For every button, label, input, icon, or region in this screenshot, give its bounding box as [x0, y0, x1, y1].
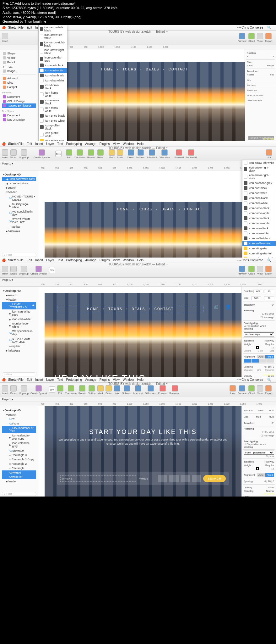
insert-panel: Shape Vector Pencil TText Image... Artbo…	[0, 49, 38, 141]
file-info: File: 17.Add icons to the header navigat…	[0, 0, 276, 25]
symbol-icon-rating-star-half[interactable]: icon-rating-star-half	[242, 256, 276, 258]
toursby-library[interactable]: TOURS-BY library ▸	[2, 103, 36, 108]
layers-panel: ▾ Desktop HD ◈icon-cart-white copy ◈icon…	[0, 170, 38, 258]
page-selector[interactable]: Page 1 ▾	[0, 161, 276, 166]
symbol-icon-home-black[interactable]: icon-home-black	[242, 206, 276, 211]
layer-cart-copy[interactable]: ◈icon-cart-white copy	[2, 177, 36, 181]
calendar-icon[interactable]	[169, 475, 179, 482]
symbol-dropdown[interactable]: icon-arrow-left-blackicon-arrow-left-whi…	[38, 25, 67, 141]
symbol-icon-price-white[interactable]: icon-price-white	[242, 231, 276, 236]
symbol-icon-home-white[interactable]: icon-home-white	[39, 91, 67, 98]
symbol-icon-home-black[interactable]: icon-home-black	[39, 83, 67, 91]
symbol-icon-profile-black[interactable]: icon-profile-black	[242, 236, 276, 241]
hero-heading: START YOUR DAY LIKE THIS	[45, 428, 241, 436]
symbol-icon-cart-black[interactable]: icon-cart-black	[242, 186, 276, 191]
symbol-icon-menu-white[interactable]: icon-menu-white	[39, 106, 67, 113]
symbol-icon-chat-white[interactable]: icon-chat-white	[39, 78, 67, 83]
symbol-icon-chat-black[interactable]: icon-chat-black	[242, 196, 276, 201]
where-field[interactable]: WHERE	[60, 475, 136, 482]
symbol-icon-arrow-left-white[interactable]: icon-arrow-left-white	[39, 33, 67, 40]
hero: HOME•TOURS•DEALS•CONTACT	[45, 62, 245, 141]
search-box: WHERE WHEN SEARCH	[57, 472, 229, 485]
thumbnail-4: 🍎Sketch FileEditInsertLayerTextPrototypi…	[0, 377, 276, 497]
symbol-icon-home-white[interactable]: icon-home-white	[242, 211, 276, 216]
insert-button[interactable]: Insert	[2, 33, 8, 42]
app-name[interactable]: Sketch	[8, 26, 19, 29]
symbol-icon-cart-white[interactable]: icon-cart-white	[242, 191, 276, 196]
symbol-icon-calendar-grey[interactable]: icon-calendar-grey	[39, 55, 67, 63]
calendar-icon[interactable]	[192, 475, 201, 482]
symbol-icon-profile-white[interactable]: icon-profile-white	[39, 131, 67, 138]
symbol-icon-profile-black[interactable]: icon-profile-black	[39, 123, 67, 131]
symbol-icon-rating-star-full[interactable]: icon-rating-star-full	[242, 251, 276, 256]
thumbnail-2: 🍎Sketch FileEditInsertLayerTextPrototypi…	[0, 141, 276, 258]
symbol-icon-cart-black[interactable]: icon-cart-black	[39, 63, 67, 68]
symbol-icon-arrow-right-white[interactable]: icon-arrow-right-white	[242, 173, 276, 180]
cart-icon: 🛒	[213, 304, 220, 310]
symbol-icon-chat-white[interactable]: icon-chat-white	[242, 201, 276, 206]
inspector: PositionXY SizeWidthHeight TransformRota…	[245, 49, 276, 141]
symbol-icon-chat-black[interactable]: icon-chat-black	[39, 73, 67, 78]
symbol-icon-arrow-left-black[interactable]: icon-arrow-left-black	[39, 25, 67, 33]
symbol-icon-rating-star[interactable]: icon-rating-star	[39, 138, 67, 141]
hero-text: UR DAY LIKE THIS	[54, 373, 146, 377]
symbol-dropdown-right[interactable]: icon-arrow-left-whiteicon-arrow-right-bl…	[242, 160, 276, 258]
symbol-icon-cart-white[interactable]: icon-cart-white	[39, 68, 67, 73]
thumbnail-1: 🍎 Sketch FileEditInsert ••• Chris Conver…	[0, 25, 276, 141]
calendar-icon[interactable]	[181, 475, 190, 482]
layer-nav-text[interactable]: Aa HOME • TOURS • D... 👁	[2, 302, 36, 309]
nav: HOME•TOURS•DEALS•CONTACT	[45, 68, 245, 71]
canvas[interactable]: HOME•TOURS•DEALS•CONTACT	[38, 49, 245, 141]
thumbnail-3: 🍎Sketch FileEditInsertLayerTextPrototypi…	[0, 258, 276, 377]
symbol-icon-rating-star[interactable]: icon-rating-star	[242, 246, 276, 251]
doc-title: TOURS-BY web design.sketch — Edited ~	[108, 30, 168, 33]
symbol-icon-menu-black[interactable]: icon-menu-black	[39, 98, 67, 106]
calendar-icon[interactable]	[158, 475, 167, 482]
symbol-icon-arrow-right-black[interactable]: icon-arrow-right-black	[242, 165, 276, 173]
symbol-icon-menu-white[interactable]: icon-menu-white	[242, 221, 276, 226]
profile-icon: 👤	[224, 304, 232, 310]
search-button[interactable]: SEARCH	[203, 475, 226, 482]
symbol-icon-menu-black[interactable]: icon-menu-black	[242, 216, 276, 221]
apple-icon[interactable]: 🍎	[2, 26, 6, 29]
symbol-icon-profile-white[interactable]: icon-profile-white	[242, 241, 276, 246]
when-label: WHEN	[139, 477, 158, 480]
filter-input[interactable]: ⌕ Filter	[2, 253, 36, 257]
symbol-icon-arrow-right-white[interactable]: icon-arrow-right-white	[39, 48, 67, 55]
hero-subtitle: We specialize in day trips and experienc…	[45, 438, 241, 446]
timestamp: 00:00:01	[263, 137, 274, 141]
symbol-icon-calendar-grey[interactable]: icon-calendar-grey	[242, 180, 276, 186]
symbol-icon-arrow-left-white[interactable]: icon-arrow-left-white	[242, 160, 276, 165]
symbol-icon-price-black[interactable]: icon-price-black	[39, 113, 67, 118]
symbol-icon-price-black[interactable]: icon-price-black	[242, 226, 276, 231]
symbol-icon-arrow-right-black[interactable]: icon-arrow-right-black	[39, 40, 67, 48]
symbol-icon-price-white[interactable]: icon-price-white	[39, 118, 67, 123]
